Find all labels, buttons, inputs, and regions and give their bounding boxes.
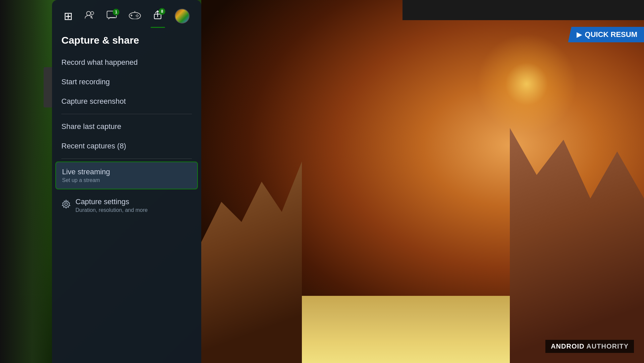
menu-list: Record what happened Start recording Cap… xyxy=(52,53,201,219)
menu-item-capture-screenshot[interactable]: Capture screenshot xyxy=(52,92,201,111)
menu-item-recent-captures[interactable]: Recent captures (8) xyxy=(52,136,201,156)
messages-badge: 1 xyxy=(113,9,119,15)
svg-point-8 xyxy=(136,15,137,16)
nav-item-xbox[interactable]: ⊞ xyxy=(60,7,77,25)
menu-item-capture-settings[interactable]: Capture settings Duration, resolution, a… xyxy=(52,192,201,219)
nav-item-messages[interactable]: 1 xyxy=(103,8,121,25)
quick-resume-button[interactable]: ▶ QUICK RESUM xyxy=(568,27,644,42)
settings-gear-icon xyxy=(61,199,71,211)
controller-icon xyxy=(129,11,141,21)
nav-item-share[interactable]: 8 xyxy=(149,7,167,25)
nav-item-profile[interactable] xyxy=(171,6,194,26)
menu-item-start-recording[interactable]: Start recording xyxy=(52,72,201,92)
svg-point-12 xyxy=(65,203,67,206)
sun-rays xyxy=(476,34,577,134)
tv-top-bar: G 2,035 🔔 4:46 P xyxy=(402,0,644,20)
svg-point-0 xyxy=(87,11,91,15)
watermark-android: ANDROID xyxy=(551,343,584,350)
share-badge: 8 xyxy=(159,8,165,15)
game-background: G 2,035 🔔 4:46 P ▶ QUICK RESUM xyxy=(201,0,644,363)
rock-right xyxy=(510,128,644,363)
svg-point-6 xyxy=(137,14,138,15)
left-bezel xyxy=(0,0,54,363)
divider-1 xyxy=(61,114,192,114)
svg-rect-5 xyxy=(130,15,132,16)
nav-item-friends[interactable] xyxy=(81,8,99,25)
settings-text: Capture settings Duration, resolution, a… xyxy=(75,197,148,213)
friends-icon xyxy=(85,11,95,22)
svg-point-9 xyxy=(137,16,138,17)
avatar xyxy=(175,9,190,24)
play-icon: ▶ xyxy=(577,31,582,39)
nav-item-controller[interactable] xyxy=(125,8,145,24)
rock-left xyxy=(201,162,302,363)
menu-item-share-last[interactable]: Share last capture xyxy=(52,117,201,136)
watermark: ANDROID AUTHORITY xyxy=(545,340,634,353)
svg-point-7 xyxy=(138,15,139,16)
menu-item-live-streaming[interactable]: Live streaming Set up a stream xyxy=(55,162,198,189)
xbox-icon: ⊞ xyxy=(64,10,73,22)
sidebar-panel: ⊞ 1 xyxy=(52,0,201,363)
svg-point-1 xyxy=(91,11,94,14)
watermark-authority: AUTHORITY xyxy=(586,343,629,350)
nav-bar: ⊞ 1 xyxy=(52,0,201,26)
divider-2 xyxy=(61,158,192,159)
section-title: Capture & share xyxy=(52,26,201,53)
menu-item-record-happened[interactable]: Record what happened xyxy=(52,53,201,72)
